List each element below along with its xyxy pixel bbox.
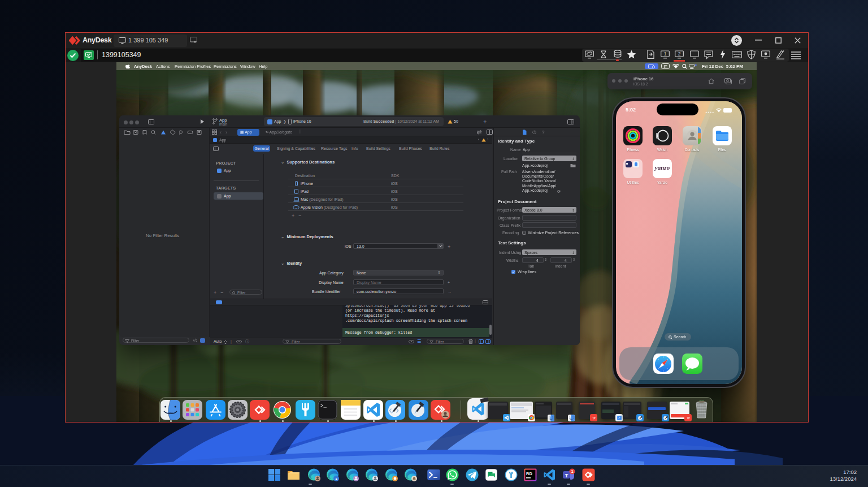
svg-text:>_: >_ <box>320 403 327 409</box>
svg-text:2: 2 <box>678 51 681 57</box>
svg-text:1: 1 <box>571 469 573 474</box>
svg-text:●: ● <box>335 477 337 481</box>
svg-text:RD: RD <box>526 471 532 476</box>
svg-text:T: T <box>565 473 568 479</box>
svg-text:1: 1 <box>664 51 667 57</box>
